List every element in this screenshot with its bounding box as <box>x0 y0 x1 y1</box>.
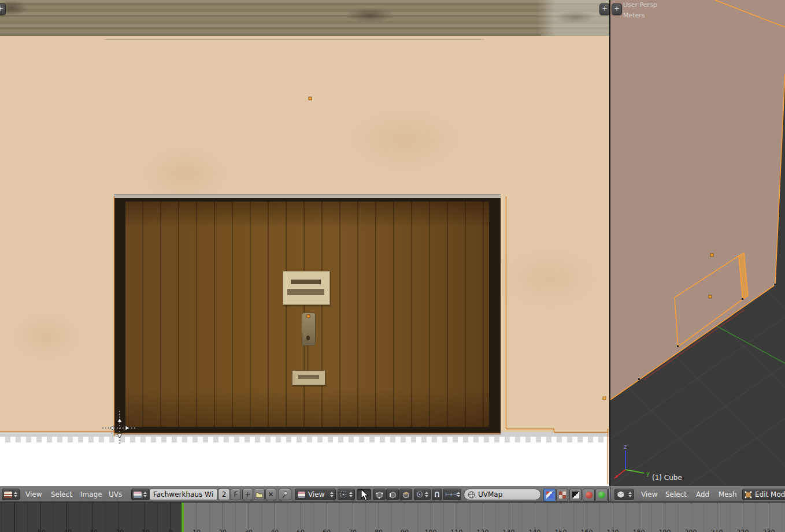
chevron-up-down-icon <box>143 492 147 497</box>
menu-add-3d[interactable]: Add <box>696 490 709 499</box>
timeline-frame-number: -40 <box>61 529 72 532</box>
door-kick-plate <box>292 370 325 385</box>
menu-mesh-3d[interactable]: Mesh <box>719 490 737 499</box>
timeline-frame-number: 30 <box>245 529 253 532</box>
uv-map-name: UVMap <box>478 490 502 498</box>
timeline[interactable]: -50-40-30-20-100102030405060708090100110… <box>0 502 785 532</box>
timeline-frame-number: 170 <box>607 529 619 532</box>
image-users-count[interactable]: 2 <box>218 489 230 500</box>
expand-panel-button-right[interactable]: + <box>599 3 610 15</box>
unlink-image-button[interactable]: ✕ <box>265 489 276 500</box>
timeline-frame-number: 100 <box>425 529 437 532</box>
pin-icon <box>282 491 288 498</box>
texture-bottom-dashes <box>0 437 610 442</box>
timeline-frame-number: 200 <box>685 529 697 532</box>
display-alpha-button[interactable] <box>556 489 568 501</box>
timeline-frame-number: 70 <box>349 529 357 532</box>
new-image-button[interactable]: + <box>242 489 253 500</box>
viewport-3d-header: View Select Add Mesh Edit Mode <box>610 486 785 502</box>
proportional-edit-icon <box>416 491 423 498</box>
display-green-channel-button[interactable] <box>595 489 608 501</box>
timeline-frame-number: 60 <box>323 529 331 532</box>
viewport-3d-icon <box>617 490 625 498</box>
timeline-frame-number: -30 <box>87 529 98 532</box>
face-dot-wall-3d[interactable] <box>710 254 713 256</box>
chevron-up-down-icon <box>425 492 428 497</box>
door-sign-text-line <box>291 280 321 284</box>
view-name-overlay: User Persp <box>623 1 657 9</box>
timeline-frame-number: -50 <box>35 529 46 532</box>
display-channel-buttons <box>543 489 610 500</box>
vertex-select-icon <box>375 490 383 498</box>
door-sign-text-line <box>287 289 324 295</box>
select-mode-edge-button[interactable] <box>386 489 399 500</box>
fake-user-button[interactable]: F <box>231 489 241 500</box>
image-name-text: Fachwerkhaus Wies.. <box>153 490 213 498</box>
menu-view-3d[interactable]: View <box>641 490 657 499</box>
timeline-frame-number: 190 <box>659 529 671 532</box>
image-editor-icon <box>4 492 12 498</box>
timeline-frame-number: 150 <box>555 529 567 532</box>
timeline-frame-number: 0 <box>169 529 173 532</box>
chevron-up-down-icon <box>349 492 353 497</box>
display-zbuffer-button[interactable] <box>569 489 582 501</box>
pin-button[interactable] <box>279 489 291 500</box>
chevron-up-down-icon <box>14 492 17 497</box>
menu-select-3d[interactable]: Select <box>665 490 687 499</box>
red-channel-icon <box>586 492 593 498</box>
checker-icon <box>559 492 566 498</box>
menu-view[interactable]: View <box>25 490 42 499</box>
timeline-playhead[interactable] <box>181 503 184 532</box>
open-image-button[interactable] <box>254 489 265 500</box>
snap-toggle-button[interactable] <box>432 489 442 500</box>
uv-image-editor[interactable]: + + <box>0 0 610 486</box>
uv-sync-select-toggle[interactable]: ⇄ <box>357 489 371 500</box>
pivot-icon <box>340 491 347 498</box>
interaction-mode-dropdown[interactable]: Edit Mode <box>742 489 785 500</box>
expand-panel-button-left[interactable]: + <box>0 3 6 15</box>
timeline-frame-number: 120 <box>477 529 489 532</box>
display-red-channel-button[interactable] <box>583 489 595 501</box>
menu-select[interactable]: Select <box>51 490 72 499</box>
texture-white-area <box>0 442 610 486</box>
menu-image[interactable]: Image <box>80 490 102 499</box>
timeline-frame-number: 10 <box>192 529 201 532</box>
gizmo-y-label: y <box>646 470 650 477</box>
face-select-icon <box>402 490 410 498</box>
door-handle-plate <box>302 312 316 346</box>
texture-wood-beam <box>0 0 610 36</box>
edge-select-icon <box>388 490 397 498</box>
display-color-alpha-button[interactable] <box>543 489 556 501</box>
timeline-frame-number: 140 <box>529 529 541 532</box>
viewport-3d[interactable]: z y (1) Cube User Persp Meters + <box>610 0 785 486</box>
timeline-frame-number: 20 <box>219 529 227 532</box>
snap-element-dropdown[interactable]: ⊢+⊣ <box>443 489 461 500</box>
editor-mode-label: View <box>308 490 324 498</box>
uv-editor-header: View Select Image UVs Fachwerkhaus Wies.… <box>0 486 610 502</box>
face-dot-door-3d[interactable] <box>709 295 712 298</box>
units-overlay: Meters <box>623 12 645 19</box>
pivot-point-dropdown[interactable] <box>338 489 355 500</box>
editor-type-selector[interactable] <box>2 489 20 500</box>
menu-uvs[interactable]: UVs <box>109 490 122 499</box>
timeline-frame-number: -10 <box>139 529 150 532</box>
image-name-field[interactable]: Fachwerkhaus Wies.. <box>149 489 217 500</box>
image-browse-icon <box>134 492 142 498</box>
chevron-up-down-icon <box>457 492 460 497</box>
uv-map-field[interactable]: UVMap <box>464 489 541 500</box>
chevron-up-down-icon <box>330 492 334 497</box>
zdepth-icon <box>572 492 579 498</box>
timeline-frame-number: 50 <box>297 529 305 532</box>
select-mode-vertex-button[interactable] <box>373 489 386 500</box>
door-sign <box>283 271 330 305</box>
editor-type-selector-3d[interactable] <box>614 489 634 500</box>
editor-mode-dropdown[interactable]: View <box>295 489 336 500</box>
timeline-before-range[interactable] <box>0 503 181 532</box>
proportional-edit-dropdown[interactable] <box>414 489 431 500</box>
timeline-frame-number: 80 <box>375 529 383 532</box>
expand-toolshelf-button[interactable]: + <box>612 3 622 15</box>
image-browse-dropdown[interactable] <box>131 489 149 500</box>
select-mode-face-button[interactable] <box>399 489 412 500</box>
magnet-icon <box>434 491 440 498</box>
interaction-mode-label: Edit Mode <box>755 490 785 498</box>
